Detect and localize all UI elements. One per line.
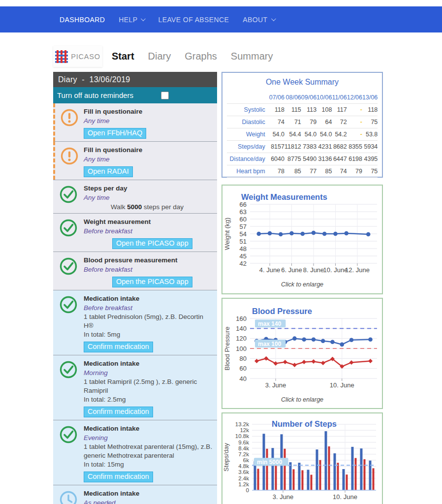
svg-text:140: 140 [236,325,247,332]
check-icon [59,425,78,444]
summary-row-weight: Weight54.054.454.054.054.2-53.8 [227,128,378,141]
summary-cell: - [347,128,362,141]
nav-item-dashboard[interactable]: DASHBOARD [60,16,105,24]
summary-cell: 5490 [301,153,316,165]
summary-cell: 117 [332,104,347,116]
svg-text:max 140: max 140 [258,320,282,327]
section-tabs: StartDiaryGraphsSummary [112,51,273,62]
summary-cell: 75 [362,165,378,178]
svg-text:Blood Pressure: Blood Pressure [223,327,231,371]
nav-item-help[interactable]: HELP [119,16,144,24]
svg-text:10.8k: 10.8k [235,433,249,439]
svg-text:1.2k: 1.2k [238,481,249,487]
clock-icon [59,490,78,504]
confirm-medication-button[interactable]: Confirm medication [84,342,153,352]
tab-graphs[interactable]: Graphs [185,51,217,62]
svg-text:12. June: 12. June [345,266,370,274]
diary-item-title: Blood pressure measurement [84,255,213,265]
diary-item-body: Weight measurementBefore breakfastOpen t… [84,215,213,250]
svg-text:8. June: 8. June [303,266,324,274]
brand-name: PICASO [71,53,100,61]
diary-item-time: Evening [84,433,213,442]
svg-text:12k: 12k [240,427,249,433]
weight-chart-card[interactable]: Weight Measurements 4245485154576063664.… [221,185,383,294]
confirm-medication-button[interactable]: Confirm medication [84,407,153,417]
svg-text:51: 51 [240,238,247,245]
tab-summary[interactable]: Summary [231,51,273,62]
svg-text:57: 57 [240,223,247,230]
svg-text:45: 45 [240,252,247,260]
svg-text:Weight (kg): Weight (kg) [223,218,231,250]
svg-text:3.6k: 3.6k [238,469,249,475]
confirm-medication-button[interactable]: Confirm medication [84,472,153,482]
diary-item-detail: In total: 2.5mg [84,395,213,404]
summary-cell: 71 [284,116,301,128]
open-radai-button[interactable]: Open RADAI [84,166,133,177]
tab-diary[interactable]: Diary [148,51,171,62]
blood-pressure-chart-card[interactable]: Blood Pressure 4060801001201401603. June… [221,298,383,409]
summary-row-systolic: Systolic118115113108117-118 [227,104,378,116]
svg-text:63: 63 [240,208,247,216]
summary-cell: 74 [269,116,284,128]
diary-item-medication-intake-as-needed: Medication intakeAs needed3 tablets Dicl… [53,485,217,504]
diary-item-fill-in-questionaire-any-time: Fill in questionaireAny timeOpen RADAI [53,141,217,180]
nav-item-leave-of-absence[interactable]: LEAVE OF ABSENCE [158,16,229,24]
weight-enlarge-hint: Click to enlarge [222,281,382,288]
alert-icon [60,108,79,127]
summary-cell: 6447 [332,153,347,165]
svg-text:6. June: 6. June [281,266,302,274]
open-ffbh-haq-button[interactable]: Open FFbH/HAQ [84,128,146,139]
diary-item-icon [53,487,84,504]
summary-col-header: 08/06 [284,92,301,104]
summary-cell: 75 [362,116,378,128]
svg-text:10. June: 10. June [323,266,348,274]
top-navbar: DASHBOARDHELPLEAVE OF ABSENCEABOUT [0,6,442,32]
diary-item-time: Before breakfast [84,265,213,274]
summary-cell: 54.0 [316,128,332,141]
check-icon [59,257,78,276]
summary-cell: 11812 [284,141,301,153]
summary-cell: - [347,104,362,116]
steps-chart-card[interactable]: Number of Steps 01.2k2.4k3.6k4.8k6k7.2k8… [221,412,383,504]
summary-cell: 53.8 [362,128,378,141]
summary-cell: 79 [347,165,362,178]
nav-item-about[interactable]: ABOUT [243,16,274,24]
reminder-checkbox[interactable] [161,92,169,99]
check-icon [59,295,78,314]
steps-chart-plot: 01.2k2.4k3.6k4.8k6k7.2k8.4k9.6k10.8k12k1… [222,421,382,502]
diary-item-list: Fill in questionaireAny timeOpen FFbH/HA… [53,103,217,504]
open-the-picaso-app-button[interactable]: Open the PICASO app [112,277,192,287]
summary-row-label: Weight [227,128,269,141]
summary-cell: 78 [269,165,284,178]
weight-chart-plot: 4245485154576063664. June6. June8. June1… [222,202,382,276]
summary-row-diastolic: Diastolic7471796472-75 [227,116,378,128]
svg-text:80: 80 [240,355,247,362]
summary-cell: 118 [269,104,284,116]
summary-cell: 74 [332,165,347,178]
check-icon [59,360,78,379]
diary-item-icon [53,422,84,483]
summary-row-label: Distance/day [227,153,269,165]
summary-cell: 54.0 [269,128,284,141]
svg-text:6k: 6k [243,457,249,463]
tab-start[interactable]: Start [112,51,134,62]
summary-col-header: 13/06 [362,92,378,104]
svg-text:max 100: max 100 [258,341,282,347]
one-week-summary-card: One Week Summary 07/0608/0609/0610/0611/… [221,72,383,178]
open-the-picaso-app-button[interactable]: Open the PICASO app [112,238,192,249]
summary-row-heart-bpm: Heart bpm78857785747975 [227,165,378,178]
svg-text:60: 60 [240,365,247,372]
diary-item-body: Medication intakeEvening1 tablet Methotr… [84,422,213,483]
diary-item-icon [53,357,84,418]
diary-panel: Diary - 13/06/2019 Turn off auto reminde… [53,72,217,504]
svg-text:48: 48 [240,245,247,252]
summary-cell: 5934 [362,141,378,153]
svg-text:100: 100 [236,345,247,352]
svg-text:160: 160 [236,315,247,322]
svg-text:9.6k: 9.6k [238,440,249,445]
diary-item-detail: 1 tablet Methotrexat parenteral (15mg), … [84,442,213,460]
summary-cell: 77 [301,165,316,178]
summary-cell: 79 [301,116,316,128]
steps-chart-title: Number of Steps [272,419,337,429]
nav-item-label: LEAVE OF ABSENCE [158,16,229,24]
